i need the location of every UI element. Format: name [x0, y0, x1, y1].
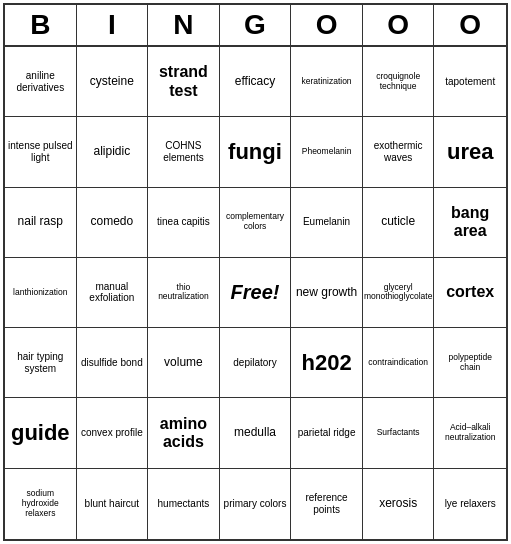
cell-r0-c4: keratinization: [291, 47, 363, 117]
bingo-grid: aniline derivativescysteinestrand testef…: [5, 47, 506, 539]
cell-r5-c5: Surfactants: [363, 398, 435, 468]
cell-text: complementary colors: [223, 212, 288, 232]
cell-text: intense pulsed light: [8, 140, 73, 163]
bingo-card: BINGOOO aniline derivativescysteinestran…: [3, 3, 508, 541]
cell-r5-c2: amino acids: [148, 398, 220, 468]
cell-r0-c2: strand test: [148, 47, 220, 117]
cell-r2-c1: comedo: [77, 188, 149, 258]
cell-r3-c0: lanthionization: [5, 258, 77, 328]
header-letter: I: [77, 5, 149, 45]
cell-text: strand test: [151, 63, 216, 100]
cell-text: Pheomelanin: [302, 147, 352, 157]
header-letter: N: [148, 5, 220, 45]
cell-text: humectants: [158, 498, 210, 510]
cell-r3-c5: glyceryl monothioglycolate: [363, 258, 435, 328]
cell-r3-c2: thio neutralization: [148, 258, 220, 328]
cell-r6-c4: reference points: [291, 469, 363, 539]
cell-text: exothermic waves: [366, 140, 431, 163]
cell-text: depilatory: [233, 357, 276, 369]
cell-r4-c5: contraindication: [363, 328, 435, 398]
cell-r2-c4: Eumelanin: [291, 188, 363, 258]
cell-text: lanthionization: [13, 288, 67, 298]
cell-r5-c1: convex profile: [77, 398, 149, 468]
cell-r4-c2: volume: [148, 328, 220, 398]
cell-r5-c0: guide: [5, 398, 77, 468]
cell-r2-c3: complementary colors: [220, 188, 292, 258]
header-letter: O: [291, 5, 363, 45]
header-letter: O: [363, 5, 435, 45]
cell-text: Free!: [231, 281, 280, 304]
cell-text: nail rasp: [18, 215, 63, 229]
cell-r5-c3: medulla: [220, 398, 292, 468]
header-letter: O: [434, 5, 506, 45]
cell-r2-c5: cuticle: [363, 188, 435, 258]
cell-text: manual exfoliation: [80, 281, 145, 304]
cell-r0-c5: croquignole technique: [363, 47, 435, 117]
cell-text: Acid–alkali neutralization: [437, 423, 503, 443]
cell-r4-c1: disulfide bond: [77, 328, 149, 398]
cell-text: alipidic: [94, 145, 131, 159]
cell-r4-c3: depilatory: [220, 328, 292, 398]
cell-r1-c3: fungi: [220, 117, 292, 187]
cell-r0-c1: cysteine: [77, 47, 149, 117]
cell-text: urea: [447, 139, 493, 164]
cell-text: new growth: [296, 286, 357, 300]
cell-text: fungi: [228, 139, 282, 164]
cell-text: COHNS elements: [151, 140, 216, 163]
cell-text: primary colors: [224, 498, 287, 510]
cell-r6-c5: xerosis: [363, 469, 435, 539]
cell-text: keratinization: [302, 77, 352, 87]
cell-text: h202: [301, 350, 351, 375]
cell-text: blunt haircut: [85, 498, 139, 510]
cell-text: cysteine: [90, 75, 134, 89]
cell-text: polypeptide chain: [437, 353, 503, 373]
cell-text: bang area: [437, 204, 503, 241]
cell-r4-c6: polypeptide chain: [434, 328, 506, 398]
cell-text: amino acids: [151, 415, 216, 452]
cell-text: thio neutralization: [151, 283, 216, 303]
cell-r1-c5: exothermic waves: [363, 117, 435, 187]
cell-r1-c2: COHNS elements: [148, 117, 220, 187]
cell-r3-c6: cortex: [434, 258, 506, 328]
cell-text: Eumelanin: [303, 216, 350, 228]
cell-text: reference points: [294, 492, 359, 515]
cell-r2-c6: bang area: [434, 188, 506, 258]
cell-r1-c4: Pheomelanin: [291, 117, 363, 187]
cell-text: tinea capitis: [157, 216, 210, 228]
cell-text: volume: [164, 356, 203, 370]
header-letter: G: [220, 5, 292, 45]
cell-text: hair typing system: [8, 351, 73, 374]
cell-r4-c0: hair typing system: [5, 328, 77, 398]
cell-text: comedo: [91, 215, 134, 229]
cell-r1-c6: urea: [434, 117, 506, 187]
cell-text: sodium hydroxide relaxers: [8, 489, 73, 518]
cell-text: lye relaxers: [445, 498, 496, 510]
cell-r3-c4: new growth: [291, 258, 363, 328]
cell-r6-c3: primary colors: [220, 469, 292, 539]
cell-text: medulla: [234, 426, 276, 440]
cell-text: convex profile: [81, 427, 143, 439]
cell-r6-c0: sodium hydroxide relaxers: [5, 469, 77, 539]
bingo-header: BINGOOO: [5, 5, 506, 47]
cell-text: cuticle: [381, 215, 415, 229]
cell-r5-c4: parietal ridge: [291, 398, 363, 468]
header-letter: B: [5, 5, 77, 45]
cell-r6-c6: lye relaxers: [434, 469, 506, 539]
cell-text: Surfactants: [377, 428, 420, 438]
cell-r5-c6: Acid–alkali neutralization: [434, 398, 506, 468]
cell-r4-c4: h202: [291, 328, 363, 398]
cell-r1-c0: intense pulsed light: [5, 117, 77, 187]
cell-r0-c3: efficacy: [220, 47, 292, 117]
cell-r2-c0: nail rasp: [5, 188, 77, 258]
cell-text: efficacy: [235, 75, 275, 89]
cell-r3-c3: Free!: [220, 258, 292, 328]
cell-r0-c0: aniline derivatives: [5, 47, 77, 117]
cell-r3-c1: manual exfoliation: [77, 258, 149, 328]
cell-text: guide: [11, 420, 70, 445]
cell-text: croquignole technique: [366, 72, 431, 92]
cell-text: parietal ridge: [298, 427, 356, 439]
cell-r6-c1: blunt haircut: [77, 469, 149, 539]
cell-text: disulfide bond: [81, 357, 143, 369]
cell-text: cortex: [446, 283, 494, 301]
cell-text: glyceryl monothioglycolate: [364, 283, 433, 303]
